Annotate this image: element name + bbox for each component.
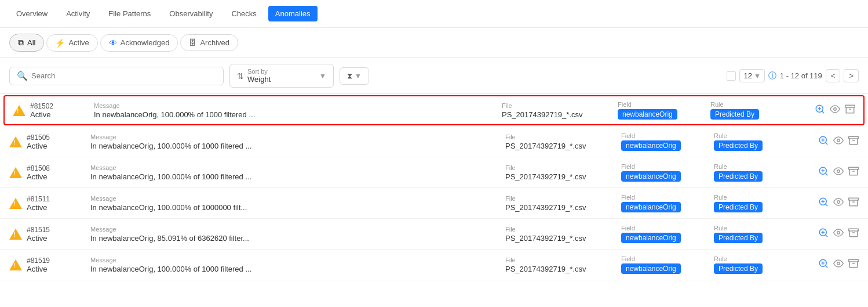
tab-archived[interactable]: 🗄 Archived bbox=[180, 34, 238, 51]
status-indicator-4: #81515 Active bbox=[9, 226, 90, 243]
rule-badge-3: Predicted By bbox=[714, 202, 763, 212]
svg-rect-40 bbox=[849, 259, 859, 262]
archive-action-icon-0[interactable] bbox=[845, 104, 855, 117]
anomaly-id-0: #81502 bbox=[30, 102, 53, 110]
filter-button[interactable]: ⧗ ▼ bbox=[340, 67, 369, 85]
col-rule-5: Rule Predicted By bbox=[714, 255, 807, 274]
nav-item-activity[interactable]: Activity bbox=[59, 6, 97, 21]
tab-all[interactable]: ⧉ All bbox=[9, 34, 44, 52]
view-icon-3[interactable] bbox=[833, 197, 844, 210]
message-value-2: In newbalanceOrig, 100.000% of 1000 filt… bbox=[90, 172, 505, 181]
col-field-3: Field newbalanceOrig bbox=[621, 194, 714, 212]
anomaly-row[interactable]: #81511 Active Message In newbalanceOrig,… bbox=[0, 188, 868, 219]
col-rule-1: Rule Predicted By bbox=[714, 132, 807, 151]
archive-action-icon-2[interactable] bbox=[848, 166, 859, 179]
page-size-value: 12 bbox=[743, 71, 752, 80]
view-icon-4[interactable] bbox=[833, 227, 844, 240]
rule-label-4: Rule bbox=[714, 225, 807, 232]
help-icon[interactable]: ⓘ bbox=[768, 71, 776, 81]
rule-badge-5: Predicted By bbox=[714, 263, 763, 274]
anomaly-row[interactable]: #81505 Active Message In newbalanceOrig,… bbox=[0, 127, 868, 157]
search-detail-icon-1[interactable] bbox=[818, 135, 829, 148]
tab-all-label: All bbox=[27, 38, 35, 47]
filter-dropdown-arrow: ▼ bbox=[355, 72, 362, 80]
tab-acknowledged[interactable]: 👁 Acknowledged bbox=[100, 34, 178, 52]
svg-point-32 bbox=[837, 232, 840, 234]
file-value-3: PS_20174392719_*.csv bbox=[505, 203, 621, 212]
nav-item-overview[interactable]: Overview bbox=[9, 6, 54, 21]
col-status-0: #81502 Active bbox=[13, 102, 94, 119]
nav-item-observability[interactable]: Observability bbox=[162, 6, 220, 21]
pagination-area: 12 ▼ ⓘ 1 - 12 of 119 < > bbox=[727, 69, 859, 82]
chevron-down-icon: ▼ bbox=[319, 72, 326, 80]
col-actions-0 bbox=[803, 104, 855, 117]
search-detail-icon-0[interactable] bbox=[815, 104, 825, 117]
col-rule-0: Rule Predicted By bbox=[710, 101, 803, 120]
col-field-5: Field newbalanceOrig bbox=[621, 255, 714, 274]
field-badge-3: newbalanceOrig bbox=[621, 202, 681, 212]
search-detail-icon-5[interactable] bbox=[818, 258, 829, 271]
svg-point-11 bbox=[837, 139, 840, 142]
col-status-4: #81515 Active bbox=[9, 226, 90, 243]
anomaly-status-0: Active bbox=[30, 110, 53, 119]
col-rule-3: Rule Predicted By bbox=[714, 194, 807, 212]
anomaly-row[interactable]: #81515 Active Message In newbalanceOrig,… bbox=[0, 219, 868, 250]
archive-action-icon-5[interactable] bbox=[848, 258, 859, 271]
select-all-checkbox[interactable] bbox=[727, 71, 736, 81]
warning-triangle-icon-0 bbox=[13, 105, 25, 116]
svg-line-8 bbox=[825, 142, 827, 144]
field-badge-0: newbalanceOrig bbox=[618, 109, 677, 120]
field-label-4: Field bbox=[621, 225, 714, 232]
anomaly-status-5: Active bbox=[27, 265, 50, 273]
field-label-3: Field bbox=[621, 194, 714, 201]
anomaly-row[interactable]: #81502 Active Message In newbalanceOrig,… bbox=[3, 95, 865, 125]
search-input[interactable] bbox=[31, 71, 216, 80]
anomaly-id-4: #81515 bbox=[27, 226, 50, 234]
page-size-select[interactable]: 12 ▼ bbox=[739, 69, 764, 82]
col-field-1: Field newbalanceOrig bbox=[621, 132, 714, 151]
next-page-button[interactable]: > bbox=[844, 69, 859, 82]
view-icon-1[interactable] bbox=[833, 135, 844, 148]
file-label-1: File bbox=[505, 133, 621, 140]
col-message-5: Message In newbalanceOrig, 100.000% of 1… bbox=[90, 257, 505, 273]
message-label-5: Message bbox=[90, 257, 505, 263]
anomaly-status-4: Active bbox=[27, 234, 50, 243]
sort-dropdown[interactable]: ⇅ Sort by Weight ▼ bbox=[229, 64, 334, 88]
search-detail-icon-4[interactable] bbox=[818, 227, 829, 240]
file-value-4: PS_20174392719_*.csv bbox=[505, 234, 621, 243]
tab-active[interactable]: ⚡ Active bbox=[46, 34, 97, 52]
filter-tabs: ⧉ All ⚡ Active 👁 Acknowledged 🗄 Archived bbox=[0, 28, 868, 58]
rule-badge-0: Predicted By bbox=[710, 109, 759, 120]
anomaly-row[interactable]: #81508 Active Message In newbalanceOrig,… bbox=[0, 157, 868, 188]
anomaly-id-2: #81508 bbox=[27, 164, 50, 172]
prev-page-button[interactable]: < bbox=[826, 69, 841, 82]
archive-action-icon-1[interactable] bbox=[848, 135, 859, 148]
message-label-4: Message bbox=[90, 226, 505, 233]
col-status-1: #81505 Active bbox=[9, 133, 90, 150]
search-detail-icon-2[interactable] bbox=[818, 166, 829, 179]
view-icon-0[interactable] bbox=[830, 104, 840, 117]
nav-item-anomalies[interactable]: Anomalies bbox=[268, 6, 318, 21]
search-detail-icon-3[interactable] bbox=[818, 197, 829, 210]
search-box[interactable]: 🔍 bbox=[9, 67, 224, 85]
field-label-0: Field bbox=[618, 101, 710, 108]
view-icon-5[interactable] bbox=[833, 258, 844, 271]
nav-item-checks[interactable]: Checks bbox=[224, 6, 263, 21]
rule-badge-4: Predicted By bbox=[714, 233, 763, 243]
nav-item-file-patterns[interactable]: File Patterns bbox=[101, 6, 158, 21]
svg-line-15 bbox=[825, 173, 827, 175]
layers-icon: ⧉ bbox=[18, 38, 24, 48]
col-file-2: File PS_20174392719_*.csv bbox=[505, 164, 621, 181]
file-value-0: PS_20174392719_*.csv bbox=[502, 110, 618, 119]
rule-label-3: Rule bbox=[714, 194, 807, 201]
anomaly-row[interactable]: #81519 Active Message In newbalanceOrig,… bbox=[0, 250, 868, 280]
archive-action-icon-3[interactable] bbox=[848, 197, 859, 210]
col-rule-2: Rule Predicted By bbox=[714, 163, 807, 182]
svg-rect-26 bbox=[849, 198, 859, 200]
message-label-3: Message bbox=[90, 195, 505, 202]
anomaly-status-2: Active bbox=[27, 172, 50, 181]
svg-point-39 bbox=[837, 262, 840, 265]
archive-action-icon-4[interactable] bbox=[848, 227, 859, 240]
view-icon-2[interactable] bbox=[833, 166, 844, 179]
file-value-5: PS_20174392719_*.csv bbox=[505, 265, 621, 273]
